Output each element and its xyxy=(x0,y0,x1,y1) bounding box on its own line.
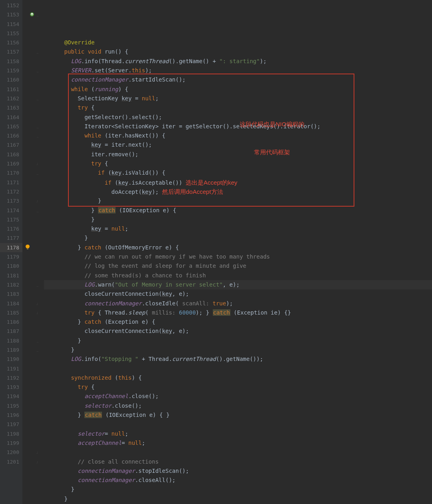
code-line[interactable]: LOG.warn("Out of Memory in server select… xyxy=(44,280,432,289)
line-number[interactable]: 1177 xyxy=(0,233,22,243)
fold-marker[interactable]: ┘ xyxy=(35,308,40,317)
code-line[interactable]: key = null; xyxy=(44,224,432,233)
fold-marker[interactable]: − xyxy=(35,94,40,103)
code-line[interactable]: } xyxy=(44,485,432,494)
line-number[interactable]: 1160 xyxy=(0,75,22,84)
code-line[interactable]: } catch (OutOfMemoryError e) { xyxy=(44,243,432,252)
line-number[interactable]: 1168 xyxy=(0,150,22,159)
code-line[interactable]: synchronized (this) { xyxy=(44,373,432,382)
line-number[interactable]: 1180 xyxy=(0,261,22,271)
code-line[interactable]: selector.close(); xyxy=(44,401,432,410)
fold-marker[interactable]: ┘ xyxy=(35,196,40,205)
line-number[interactable]: 1196 xyxy=(0,410,22,420)
override-icon[interactable] xyxy=(30,12,34,17)
line-number[interactable]: 1184 xyxy=(0,299,22,308)
line-number[interactable]: 1155 xyxy=(0,29,22,38)
line-number[interactable]: 1164 xyxy=(0,113,22,122)
code-line[interactable]: selector= null; xyxy=(44,429,432,438)
code-line[interactable] xyxy=(44,364,432,373)
line-number[interactable]: 1179 xyxy=(0,252,22,261)
line-number[interactable]: 1172 xyxy=(0,187,22,196)
code-line[interactable]: connectionManager.closeAll(); xyxy=(44,476,432,485)
line-number[interactable]: 1152 xyxy=(0,1,22,10)
line-number[interactable]: 1200 xyxy=(0,448,22,457)
code-line[interactable]: doAccept(key); 然后调用doAccept方法 xyxy=(44,187,432,196)
line-number[interactable]: 1169 xyxy=(0,159,22,168)
fold-marker[interactable]: ┘ xyxy=(35,448,40,457)
fold-marker[interactable]: − xyxy=(35,122,40,131)
code-line[interactable]: closeCurrentConnection(key, e); xyxy=(44,289,432,299)
code-line[interactable]: SERVER.set(Server.this); xyxy=(44,66,432,75)
line-number[interactable]: 1173 xyxy=(0,196,22,205)
fold-marker[interactable]: ┘ xyxy=(35,299,40,308)
fold-marker[interactable]: − xyxy=(35,47,40,56)
line-number[interactable]: 1161 xyxy=(0,85,22,94)
code-line[interactable] xyxy=(44,448,432,457)
line-number[interactable]: 1171 xyxy=(0,178,22,187)
line-number[interactable]: 1198 xyxy=(0,429,22,438)
fold-marker[interactable]: − xyxy=(35,66,40,75)
code-line[interactable]: } xyxy=(44,494,432,504)
code-line[interactable]: // some thread(s) a chance to finish xyxy=(44,271,432,280)
code-line[interactable]: // we can run out of memory if we have t… xyxy=(44,252,432,261)
code-line[interactable]: connectionManager.startIdleScan(); xyxy=(44,75,432,84)
code-line[interactable]: public void run() { xyxy=(44,47,432,56)
line-number[interactable]: 1159 xyxy=(0,66,22,75)
code-line[interactable]: } xyxy=(44,336,432,345)
fold-column[interactable]: −−−−−−┘−┘−−┘┘−−┘┘ xyxy=(35,0,40,504)
line-number[interactable]: 1178 xyxy=(0,243,22,252)
line-number[interactable]: 1162 xyxy=(0,94,22,103)
code-line[interactable]: try { Thread.sleep( millis: 60000); } ca… xyxy=(44,308,432,317)
code-line[interactable]: acceptChannel.close(); xyxy=(44,392,432,401)
code-line[interactable]: @Override xyxy=(44,38,432,47)
code-line[interactable]: // close all connections xyxy=(44,457,432,466)
line-number[interactable]: 1197 xyxy=(0,420,22,429)
line-number[interactable]: 1174 xyxy=(0,206,22,215)
line-number[interactable]: 1154 xyxy=(0,20,22,29)
line-number[interactable]: 1192 xyxy=(0,373,22,382)
code-line[interactable]: } catch (IOException e) { } xyxy=(44,410,432,420)
line-number[interactable]: 1157 xyxy=(0,47,22,56)
line-number[interactable]: 1156 xyxy=(0,38,22,47)
line-number[interactable]: 1163 xyxy=(0,103,22,112)
fold-marker[interactable]: − xyxy=(35,206,40,215)
line-number[interactable]: 1183 xyxy=(0,289,22,299)
line-number[interactable]: 1193 xyxy=(0,382,22,392)
code-line[interactable]: closeCurrentConnection(key, e); xyxy=(44,327,432,336)
code-line[interactable]: LOG.info(Thread.currentThread().getName(… xyxy=(44,57,432,66)
line-number[interactable]: 1195 xyxy=(0,401,22,410)
line-number[interactable]: 1175 xyxy=(0,215,22,224)
code-line[interactable]: } catch (Exception e) { xyxy=(44,317,432,327)
code-editor[interactable]: 1152115311541155115611571158115911601161… xyxy=(0,0,432,504)
line-number[interactable]: 1158 xyxy=(0,57,22,66)
code-line[interactable] xyxy=(44,420,432,429)
code-line[interactable]: } catch (IOException e) { xyxy=(44,206,432,215)
line-number[interactable]: 1182 xyxy=(0,280,22,289)
fold-marker[interactable]: − xyxy=(35,168,40,177)
gutter-markers[interactable] xyxy=(22,0,35,504)
fold-marker[interactable]: ┘ xyxy=(35,159,40,168)
line-number[interactable]: 1181 xyxy=(0,271,22,280)
fold-marker[interactable]: − xyxy=(35,336,40,345)
code-line[interactable]: connectionManager.stopIdleScan(); xyxy=(44,466,432,476)
line-number[interactable]: 1189 xyxy=(0,345,22,355)
line-number[interactable]: 1186 xyxy=(0,317,22,327)
line-number[interactable]: 1190 xyxy=(0,355,22,364)
code-area[interactable]: 这段代码也是NIO编程的 常用代码框架 @Override public voi… xyxy=(40,0,432,504)
code-line[interactable]: while (running) { xyxy=(44,85,432,94)
line-number[interactable]: 1153 xyxy=(0,10,22,19)
line-number[interactable]: 1191 xyxy=(0,364,22,373)
code-line[interactable]: } xyxy=(44,196,432,205)
code-line[interactable]: connectionManager.closeIdle( scanAll: tr… xyxy=(44,299,432,308)
line-number[interactable]: 1170 xyxy=(0,168,22,177)
code-line[interactable]: acceptChannel= null; xyxy=(44,438,432,448)
code-line[interactable]: } xyxy=(44,233,432,243)
code-line[interactable]: } xyxy=(44,215,432,224)
line-number[interactable] xyxy=(0,466,22,476)
fold-marker[interactable]: − xyxy=(35,280,40,289)
line-number-gutter[interactable]: 1152115311541155115611571158115911601161… xyxy=(0,0,22,504)
line-number[interactable]: 1199 xyxy=(0,438,22,448)
code-line[interactable]: if (key.isAcceptable()) 选出是Accept的key xyxy=(44,178,432,187)
fold-marker[interactable]: − xyxy=(35,345,40,355)
line-number[interactable]: 1187 xyxy=(0,327,22,336)
